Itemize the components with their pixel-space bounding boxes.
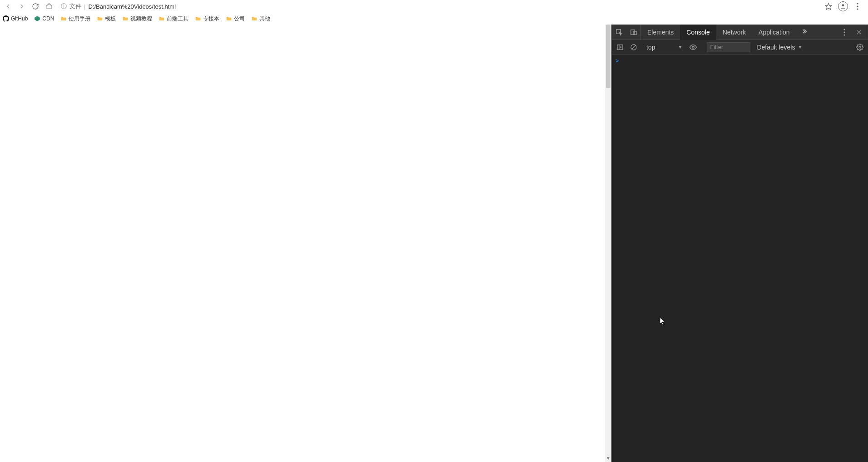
bookmark-item[interactable]: GitHub — [3, 15, 28, 22]
bookmark-label: 使用手册 — [69, 15, 90, 23]
bookmark-item[interactable]: 前端工具 — [159, 15, 188, 23]
console-sidebar-toggle[interactable] — [614, 41, 626, 54]
browser-chrome: ⓘ 文件 | D:/Bandicam%20Videos/test.html Gi… — [0, 0, 868, 25]
bookmark-label: 前端工具 — [167, 15, 188, 23]
console-levels-selector[interactable]: Default levels ▼ — [757, 44, 802, 51]
home-button[interactable] — [44, 1, 55, 12]
devtools-tabbar: ElementsConsoleNetworkApplication — [612, 25, 868, 40]
console-context-selector[interactable]: top ▼ — [643, 42, 686, 53]
console-levels-label: Default levels — [757, 44, 795, 51]
workspace: ▲ ▼ ElementsConsoleNetworkApplication — [0, 25, 868, 462]
omnibox[interactable]: ⓘ 文件 | D:/Bandicam%20Videos/test.html — [57, 1, 821, 12]
bookmark-item[interactable]: 使用手册 — [60, 15, 90, 23]
avatar-icon — [838, 1, 848, 11]
devtools-tab-console[interactable]: Console — [680, 25, 716, 40]
url-scheme-label: 文件 — [69, 2, 81, 10]
svg-point-4 — [857, 8, 858, 10]
omnibox-separator: | — [84, 3, 85, 10]
bookmark-label: GitHub — [11, 15, 28, 22]
svg-point-2 — [857, 3, 858, 4]
console-context-value: top — [646, 44, 655, 51]
console-prompt-icon: > — [615, 57, 619, 64]
live-expression-button[interactable] — [687, 41, 699, 54]
chevron-down-icon: ▼ — [678, 45, 682, 50]
bookmark-item[interactable]: 其他 — [251, 15, 270, 23]
url-text: D:/Bandicam%20Videos/test.html — [88, 3, 176, 10]
svg-rect-14 — [617, 45, 623, 50]
svg-point-3 — [857, 5, 858, 7]
device-toolbar-button[interactable] — [626, 25, 641, 40]
svg-point-9 — [843, 29, 845, 30]
scrollbar-down-icon[interactable]: ▼ — [605, 456, 611, 462]
clear-console-button[interactable] — [627, 41, 640, 54]
bookmark-item[interactable]: 公司 — [226, 15, 245, 23]
bookmark-label: 模板 — [105, 15, 116, 23]
devtools-menu-button[interactable] — [837, 25, 852, 40]
devtools-panel: ElementsConsoleNetworkApplication — [611, 25, 868, 462]
reload-button[interactable] — [30, 1, 41, 12]
chrome-menu-button[interactable] — [853, 1, 863, 11]
svg-point-10 — [843, 31, 845, 33]
bookmark-item[interactable]: CDN — [34, 15, 54, 22]
bookmark-label: 公司 — [234, 15, 245, 23]
address-bar-row: ⓘ 文件 | D:/Bandicam%20Videos/test.html — [0, 0, 868, 13]
devtools-close-button[interactable] — [852, 25, 866, 40]
bookmark-label: 专接本 — [203, 15, 219, 23]
svg-rect-8 — [634, 31, 636, 35]
devtools-tab-network[interactable]: Network — [716, 25, 752, 40]
profile-avatar-button[interactable] — [838, 1, 848, 11]
bookmarks-bar: GitHubCDN使用手册模板视频教程前端工具专接本公司其他 — [0, 13, 868, 25]
back-button[interactable] — [3, 1, 14, 12]
page-scrollbar[interactable]: ▲ ▼ — [605, 25, 611, 462]
site-info-icon[interactable]: ⓘ — [61, 2, 67, 10]
console-settings-button[interactable] — [853, 41, 866, 54]
page-content-area[interactable]: ▲ ▼ — [0, 25, 611, 462]
inspect-element-button[interactable] — [612, 25, 626, 40]
svg-point-1 — [842, 4, 844, 6]
svg-point-19 — [859, 46, 861, 48]
console-filter — [707, 42, 750, 52]
devtools-more-tabs-button[interactable] — [796, 28, 812, 36]
svg-line-17 — [632, 45, 635, 49]
bookmark-item[interactable]: 专接本 — [195, 15, 219, 23]
svg-marker-0 — [825, 3, 831, 9]
bookmark-label: CDN — [42, 15, 54, 22]
devtools-tab-elements[interactable]: Elements — [641, 25, 680, 40]
bookmark-item[interactable]: 视频教程 — [122, 15, 152, 23]
bookmark-item[interactable]: 模板 — [97, 15, 116, 23]
chevron-down-icon: ▼ — [798, 45, 802, 50]
bookmark-label: 其他 — [259, 15, 270, 23]
svg-rect-7 — [631, 30, 635, 35]
scrollbar-thumb[interactable] — [606, 25, 610, 88]
svg-marker-5 — [35, 16, 40, 21]
forward-button[interactable] — [16, 1, 27, 12]
devtools-tab-application[interactable]: Application — [752, 25, 796, 40]
console-toolbar: top ▼ Default levels ▼ — [612, 40, 868, 55]
svg-point-18 — [692, 46, 694, 48]
console-filter-input[interactable] — [707, 42, 750, 52]
bookmark-label: 视频教程 — [130, 15, 152, 23]
toolbar-right — [823, 1, 865, 11]
svg-point-11 — [843, 34, 845, 35]
console-body[interactable]: > — [612, 55, 868, 462]
bookmark-star-button[interactable] — [823, 1, 833, 11]
